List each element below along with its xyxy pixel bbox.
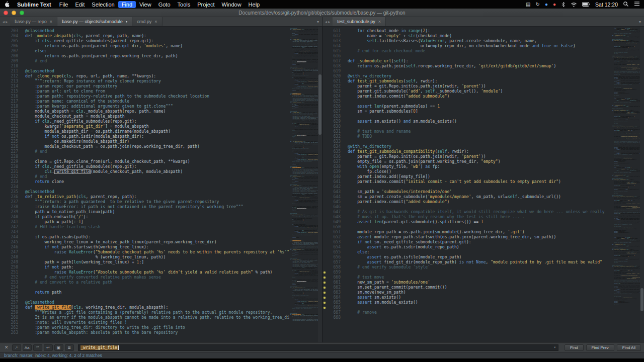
code-line[interactable]: 661 new_sm_path = 'submodules/one' (323, 280, 612, 285)
menu-project[interactable]: Project (194, 1, 218, 8)
code-line[interactable]: 616 (323, 54, 612, 59)
code-line[interactable]: 630 (323, 124, 612, 129)
code-line[interactable]: 240 if path.endswith('/'): (0, 215, 290, 220)
code-line[interactable]: 622 parent = git.Repo.init(os.path.join(… (323, 84, 612, 89)
code-line[interactable]: 619 (323, 69, 612, 74)
code-line[interactable]: 623 parent.git.submodule('add', self._su… (323, 89, 612, 94)
menu-app-name[interactable]: Sublime Text (14, 1, 55, 8)
code-line[interactable]: 208 return os.path.join(parent_repo.work… (0, 54, 290, 59)
code-line[interactable]: 640 parent.index.add([empty_file]) (323, 174, 612, 179)
code-line[interactable]: 262 :param working_tree_dir: directory t… (0, 325, 290, 330)
right-code-view[interactable]: 611 for checkout_mode in range(2):612 na… (323, 29, 612, 342)
find-prev-button[interactable]: Find Prev (586, 344, 614, 351)
tab-scroll-left-icon[interactable]: ◂ ▸ (0, 17, 10, 26)
code-line[interactable]: 246 if not path.startswith(working_tree_… (0, 245, 290, 250)
code-line[interactable]: 242 # END handle trailing slash (0, 225, 290, 230)
code-line[interactable]: 204def _module_abspath(cls, parent_repo,… (0, 34, 290, 39)
code-line[interactable]: 618 return os.path.join(self.rorepo.work… (323, 64, 612, 69)
code-line[interactable]: 253 # end convert to a relative path (0, 280, 290, 285)
bluetooth-icon[interactable] (561, 2, 566, 8)
code-line[interactable]: 223 module_abspath_dir = os.path.dirname… (0, 129, 290, 134)
window-title-bar[interactable]: Documents/dev/oss/git-python/git/objects… (0, 9, 644, 17)
code-line[interactable]: 260 It is an error if the module_abspath… (0, 315, 290, 320)
in-selection-toggle[interactable]: ▣ (54, 344, 63, 351)
code-line[interactable]: 644 sm = parent.create_submodule('mymodu… (323, 195, 612, 200)
menu-tools[interactable]: Tools (174, 1, 194, 8)
code-line[interactable]: 238 :raise ValueError: if path is not co… (0, 205, 290, 210)
code-line[interactable]: 664 assert sm.exists() (323, 295, 612, 300)
tab-base-py-objects-submodule[interactable]: base.py — objects/submodule● (57, 17, 132, 26)
code-line[interactable]: 611 for checkout_mode in range(2): (323, 29, 612, 34)
code-line[interactable]: 221 if cls._need_gitfile_submodules(repo… (0, 119, 290, 124)
code-line[interactable]: 236def _to_relative_path(cls, parent_rep… (0, 195, 290, 200)
code-line[interactable]: 662 sm.set_parent_commit(parent.commit()… (323, 285, 612, 290)
code-line[interactable]: 647 # As git is backwards compatible its… (323, 210, 612, 215)
code-line[interactable]: 628 (323, 114, 612, 119)
code-line[interactable]: 656 assert os.path.isfile(module_repo_pa… (323, 255, 612, 260)
tab-cmd-py[interactable]: cmd.py× (132, 17, 162, 26)
menu-edit[interactable]: Edit (71, 1, 88, 8)
code-line[interactable]: 651 module_repo_path = os.path.join(sm.m… (323, 230, 612, 235)
code-line[interactable]: 249 path = path[len(working_tree_linux) … (0, 260, 290, 265)
zoom-window-button[interactable] (20, 11, 24, 15)
close-tab-icon[interactable]: × (154, 19, 157, 24)
code-line[interactable]: 222 kwargs['separate_git_dir'] = module_… (0, 124, 290, 129)
find-history-chevron-icon[interactable]: ▾ (554, 345, 556, 349)
notification-center-icon[interactable] (634, 1, 640, 8)
menu-selection[interactable]: Selection (88, 1, 118, 8)
minimize-window-button[interactable] (12, 11, 16, 15)
code-line[interactable]: 215 :param url: url to clone from (0, 89, 290, 94)
menu-file[interactable]: File (56, 1, 72, 8)
tab-overflow-icon[interactable]: ▾ (314, 17, 322, 26)
keyboard-icon[interactable]: ▤ (526, 2, 530, 7)
spotlight-icon[interactable] (623, 1, 629, 8)
code-line[interactable]: 668 (323, 315, 612, 320)
close-window-button[interactable] (4, 11, 8, 15)
code-line[interactable]: 203@classmethod (0, 29, 290, 34)
wifi-icon[interactable] (571, 2, 577, 7)
code-line[interactable]: 263 :param module_abspath: absolute path… (0, 330, 290, 335)
code-line[interactable]: 659 (323, 270, 612, 275)
code-line[interactable]: 229 clone = git.Repo.clone_from(url, mod… (0, 159, 290, 164)
code-line[interactable]: 645 parent.index.commit("added submodule… (323, 200, 612, 205)
menu-help[interactable]: Help (245, 1, 264, 8)
code-line[interactable]: 653 if not sm._need_gitfile_submodules(p… (323, 240, 612, 245)
code-line[interactable]: 624 parent.index.commit("added submodule… (323, 94, 612, 99)
code-line[interactable]: 632 # TODO (323, 134, 612, 139)
close-find-panel-icon[interactable]: ✕ (3, 345, 10, 350)
code-line[interactable]: 650 (323, 225, 612, 230)
find-input[interactable]: _write_git_file ▾ (78, 344, 558, 351)
battery-icon[interactable] (582, 2, 590, 7)
whole-word-toggle[interactable]: “” (33, 344, 42, 351)
code-line[interactable]: 617def _submodule_url(self): (323, 59, 612, 64)
code-line[interactable]: 257@classmethod (0, 300, 290, 305)
code-line[interactable]: 627 sm = parent.submodules[0] (323, 109, 612, 114)
code-line[interactable]: 660 # test move (323, 275, 612, 280)
code-line[interactable]: 625 (323, 99, 612, 104)
code-line[interactable]: 654 assert os.path.isdir(module_repo_pat… (323, 245, 612, 250)
code-line[interactable]: 637 empty_file = os.path.join(parent.wor… (323, 159, 612, 164)
code-line[interactable]: 205 if cls._need_gitfile_submodules(pare… (0, 39, 290, 44)
code-line[interactable]: 235@classmethod (0, 190, 290, 195)
right-scrollbar-handle[interactable] (640, 288, 643, 311)
code-line[interactable]: 612 name = 'empty' + str(checkout_mode) (323, 34, 612, 39)
apple-menu-icon[interactable] (4, 1, 10, 8)
code-line[interactable]: 247 raise ValueError("Submodule checkout… (0, 250, 290, 255)
code-line[interactable]: 649 assert len(parent.git.submodule().sp… (323, 220, 612, 225)
code-line[interactable]: 631 # test move and rename (323, 129, 612, 134)
code-line[interactable]: 652 assert module_repo_path.startswith(o… (323, 235, 612, 240)
code-line[interactable]: 210 (0, 64, 290, 69)
code-line[interactable]: 258def _write_git_file(cls, working_tree… (0, 305, 290, 310)
code-line[interactable]: 626 assert len(parent.submodules) == 1 (323, 104, 612, 109)
menu-view[interactable]: View (136, 1, 155, 8)
wrap-toggle[interactable]: ↩ (44, 344, 53, 351)
code-line[interactable]: 239 path = to_native_path_linux(path) (0, 210, 290, 215)
code-line[interactable]: 207 else: (0, 49, 290, 54)
code-line[interactable]: 635def test_git_submodule_compatibility(… (323, 149, 612, 154)
code-line[interactable]: 261 :note: will overwrite existing files… (0, 320, 290, 325)
tab-overflow-icon[interactable]: ▾ (636, 17, 644, 26)
code-line[interactable]: 209 # end (0, 59, 290, 64)
code-line[interactable]: 230 if cls._need_gitfile_submodules(repo… (0, 164, 290, 169)
regex-toggle[interactable]: .* (12, 344, 21, 351)
code-line[interactable]: 213 """:return: Repo instance of newly c… (0, 79, 290, 84)
